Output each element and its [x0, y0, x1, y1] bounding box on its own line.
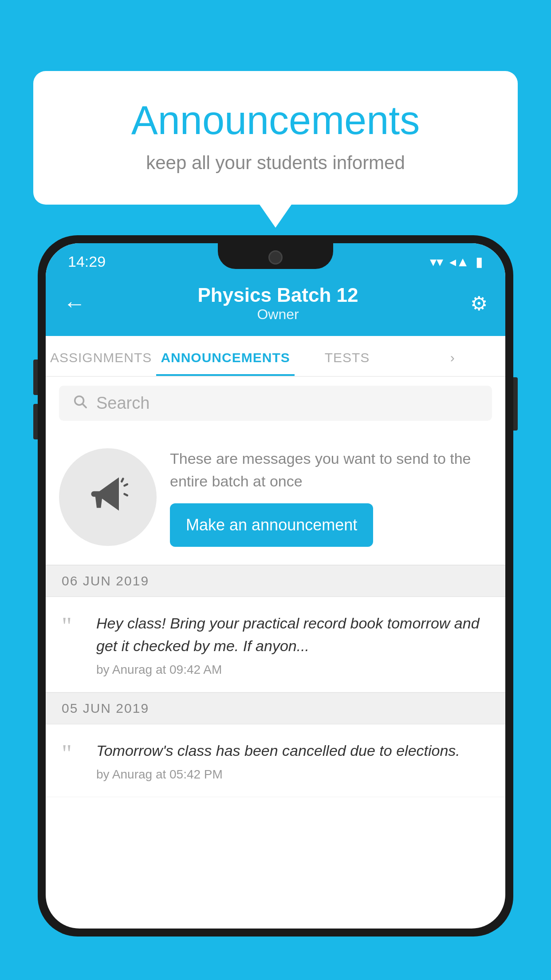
announcement-prompt: These are messages you want to send to t… — [46, 430, 505, 565]
volume-up-button — [33, 360, 38, 395]
status-icons: ▾▾ ◂▲ ▮ — [430, 254, 483, 269]
back-button[interactable]: ← — [63, 291, 86, 316]
announcement-text-2: Tomorrow's class has been cancelled due … — [96, 739, 489, 762]
announcement-icon-circle — [59, 448, 157, 546]
svg-line-1 — [83, 404, 86, 407]
power-button — [513, 377, 518, 431]
announcement-content-2: Tomorrow's class has been cancelled due … — [96, 739, 489, 782]
tab-announcements[interactable]: ANNOUNCEMENTS — [156, 336, 294, 376]
quote-icon-2: " — [62, 744, 84, 764]
tab-more[interactable]: › — [400, 336, 505, 376]
bubble-subtitle: keep all your students informed — [69, 152, 482, 174]
search-container: Search — [46, 377, 505, 430]
wifi-icon: ▾▾ — [430, 254, 443, 269]
speech-bubble-container: Announcements keep all your students inf… — [33, 71, 518, 205]
date-separator-2: 05 JUN 2019 — [46, 692, 505, 724]
announcement-meta-1: by Anurag at 09:42 AM — [96, 663, 489, 677]
quote-icon-1: " — [62, 616, 84, 636]
search-placeholder: Search — [96, 394, 150, 413]
speech-bubble: Announcements keep all your students inf… — [33, 71, 518, 205]
announcement-item-2[interactable]: " Tomorrow's class has been cancelled du… — [46, 724, 505, 797]
volume-down-button — [33, 404, 38, 439]
search-icon — [72, 394, 87, 413]
announcement-text-1: Hey class! Bring your practical record b… — [96, 612, 489, 657]
settings-icon[interactable]: ⚙ — [470, 292, 488, 315]
search-bar[interactable]: Search — [59, 386, 492, 421]
phone-screen: 14:29 ▾▾ ◂▲ ▮ ← Physics Batch 12 Owner ⚙ — [46, 243, 505, 929]
signal-icon: ◂▲ — [449, 254, 469, 269]
batch-title: Physics Batch 12 — [86, 284, 470, 306]
announcement-description: These are messages you want to send to t… — [170, 447, 492, 493]
batch-role: Owner — [86, 306, 470, 323]
phone-notch — [218, 243, 333, 269]
battery-icon: ▮ — [476, 254, 483, 269]
app-header: ← Physics Batch 12 Owner ⚙ — [46, 275, 505, 336]
announcement-item-1[interactable]: " Hey class! Bring your practical record… — [46, 597, 505, 692]
header-title-group: Physics Batch 12 Owner — [86, 284, 470, 323]
announcement-content-1: Hey class! Bring your practical record b… — [96, 612, 489, 677]
tab-assignments[interactable]: ASSIGNMENTS — [46, 336, 156, 376]
announcement-meta-2: by Anurag at 05:42 PM — [96, 767, 489, 782]
tab-tests[interactable]: TESTS — [295, 336, 400, 376]
tabs-bar: ASSIGNMENTS ANNOUNCEMENTS TESTS › — [46, 336, 505, 377]
phone-outer: 14:29 ▾▾ ◂▲ ▮ ← Physics Batch 12 Owner ⚙ — [38, 235, 513, 937]
status-time: 14:29 — [68, 253, 106, 270]
announcement-right: These are messages you want to send to t… — [170, 447, 492, 547]
megaphone-icon — [86, 472, 130, 522]
date-separator-1: 06 JUN 2019 — [46, 565, 505, 597]
phone-wrapper: 14:29 ▾▾ ◂▲ ▮ ← Physics Batch 12 Owner ⚙ — [38, 235, 513, 980]
phone-camera — [268, 250, 283, 265]
make-announcement-button[interactable]: Make an announcement — [170, 503, 373, 547]
bubble-title: Announcements — [69, 98, 482, 143]
